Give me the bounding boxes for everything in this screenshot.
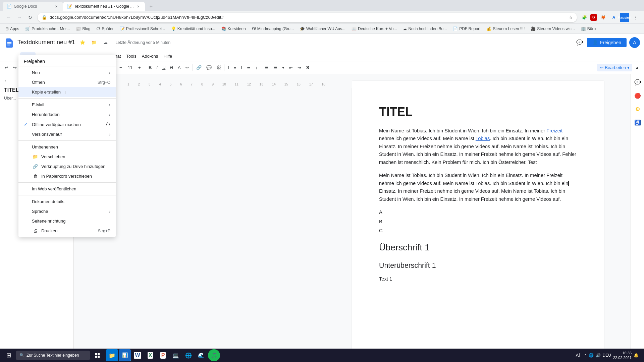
new-tab-button[interactable]: + [146, 2, 156, 11]
network-icon[interactable]: 🌐 [589, 353, 594, 358]
document-body[interactable]: Mein Name ist Tobias. Ich bin Student in… [379, 127, 577, 283]
align-left-button[interactable]: ⁝ [226, 63, 231, 72]
taskbar-chrome-app[interactable]: 🌐 [182, 349, 195, 361]
justify-button[interactable]: ≣ [245, 63, 253, 72]
settings-sidebar-icon[interactable]: ⚙ [632, 104, 643, 114]
forward-button[interactable]: → [15, 13, 24, 22]
dropdown-item-kopie[interactable]: Kopie erstellen | [18, 87, 116, 97]
bookmark-mindmapping[interactable]: 🗺Mindmapping (Gru... [249, 26, 297, 32]
font-size-decrease[interactable]: − [117, 64, 125, 72]
bookmark-star[interactable]: ☆ [569, 15, 573, 20]
dropdown-item-seiteneinrichtung[interactable]: Seiteneinrichtung [18, 216, 116, 226]
user-avatar[interactable]: A [629, 37, 640, 48]
taskbar-file-explorer[interactable]: 📁 [106, 349, 118, 361]
star-icon[interactable]: ⭐ [78, 38, 87, 47]
grammarly-icon[interactable]: G [590, 14, 597, 21]
comment-button[interactable]: 💬 [204, 63, 214, 72]
tray-up-arrow[interactable]: ⌃ [584, 354, 587, 357]
dropdown-item-öffnen[interactable]: Öffnen Strg+O [18, 77, 116, 87]
comments-sidebar-icon[interactable]: 💬 [632, 77, 643, 87]
decrease-indent-button[interactable]: ⇤ [287, 63, 295, 72]
menu-item-tools[interactable]: Tools [123, 52, 139, 60]
taskbar-google-docs-app[interactable]: 📊 [119, 349, 131, 361]
strikethrough-button[interactable]: S [168, 63, 175, 72]
refresh-button[interactable]: ↻ [25, 13, 35, 22]
tab-google-docs[interactable]: 📄 Google Docs ✕ [3, 2, 63, 11]
tab-close[interactable]: ✕ [54, 4, 59, 9]
tab-textdokument[interactable]: 📝 Textdokument neu #1 - Google ... ✕ [63, 2, 145, 11]
underline-button[interactable]: U [160, 63, 167, 72]
font-size-increase[interactable]: + [136, 64, 144, 72]
font-size-display[interactable]: 11 [125, 63, 135, 72]
dropdown-item-verschieben[interactable]: 📁 Verschieben [18, 152, 116, 162]
taskbar-onenote-app[interactable]: 💻 [170, 349, 182, 361]
tobias-link[interactable]: Tobias [476, 136, 490, 141]
unordered-list-button[interactable]: ☰ [271, 63, 279, 72]
redo-button[interactable]: ↪ [11, 63, 19, 72]
dropdown-item-email[interactable]: E-Mail › [18, 100, 116, 110]
bookmark-später[interactable]: ⏱Später [94, 26, 116, 32]
bookmark-produktsuche[interactable]: 🛒Produktsuche - Mer... [22, 26, 72, 32]
ordered-list-button[interactable]: ☰ [263, 63, 271, 72]
folder-icon[interactable]: 📁 [89, 38, 99, 47]
bookmark-professionell[interactable]: 📝Professionell Schrei... [117, 26, 168, 32]
dropdown-item-sprache[interactable]: Sprache › [18, 206, 116, 216]
bookmark-kreativität[interactable]: 💡Kreativität und Insp... [168, 26, 218, 32]
notifications-button[interactable]: 🔔 [634, 353, 639, 358]
text-color-button[interactable]: A [176, 63, 183, 72]
undo-button[interactable]: ↩ [3, 63, 10, 72]
profile-icon[interactable]: A [609, 13, 619, 22]
start-button[interactable]: ⊞ [3, 349, 15, 361]
bookmark-hochladen[interactable]: ☁Noch hochladen Bu... [400, 26, 449, 32]
extensions-icon[interactable]: 🧩 [580, 13, 589, 22]
highlight-button[interactable]: ✏ [183, 63, 191, 72]
taskbar-edge-app[interactable]: 🌊 [195, 349, 207, 361]
dropdown-item-drucken[interactable]: 🖨 Drucken Strg+P [18, 226, 116, 236]
align-center-button[interactable]: ≡ [232, 63, 238, 72]
clear-format-button[interactable]: ✖ [304, 63, 312, 72]
url-bar[interactable]: 🔒 docs.google.com/document/d/1hUH8k6h7Lb… [38, 13, 577, 22]
ai-label[interactable]: Ai [573, 352, 582, 359]
bookmark-apps[interactable]: ⊞ Apps [3, 26, 22, 32]
dropdown-item-versionsverlauf[interactable]: Versionsverlauf › [18, 129, 116, 139]
bookmark-büro[interactable]: 🏢Büro [578, 26, 598, 32]
accessibility-sidebar-icon[interactable]: ♿ [632, 117, 643, 128]
menu-item-addons[interactable]: Add-ons [139, 52, 161, 60]
dropdown-item-verknüpfung[interactable]: 🔗 Verknüpfung zu Drive hinzufügen [18, 162, 116, 171]
taskbar-powerpoint-app[interactable]: P [157, 349, 169, 361]
bold-button[interactable]: B [147, 63, 154, 72]
chat-sidebar-icon[interactable]: 🔴 [632, 90, 643, 101]
back-button[interactable]: ← [4, 13, 13, 22]
align-right-button[interactable]: ⁝ [239, 63, 244, 72]
notification-icon[interactable]: 💬 [575, 38, 584, 47]
taskbar-word-app[interactable]: W [131, 349, 144, 361]
bookmark-deutsche-kurs[interactable]: 📖Deutsche Kurs + Vo... [349, 26, 399, 32]
line-spacing-button[interactable]: ↕ [253, 63, 260, 72]
dropdown-item-offline[interactable]: ✓ Offline verfügbar machen ⏱ [18, 119, 116, 129]
taskbar-music-app[interactable]: 🎵 [208, 349, 220, 361]
bookmark-kursideen[interactable]: 📚Kursideen [219, 26, 249, 32]
bookmark-pdf[interactable]: 📄PDF Report [450, 26, 483, 32]
bookmark-steuern-videos[interactable]: 🎥Steuern Videos wic... [528, 26, 578, 32]
language-indicator[interactable]: DEU [603, 353, 611, 358]
freizeit-link[interactable]: Freizeit [546, 128, 562, 133]
dropdown-item-dokumentdetails[interactable]: Dokumentdetails [18, 197, 116, 206]
italic-button[interactable]: I [154, 63, 160, 72]
increase-indent-button[interactable]: ⇥ [296, 63, 303, 72]
bookmark-blog[interactable]: 📰Blog [73, 26, 93, 32]
metamask-icon[interactable]: 🦊 [598, 13, 608, 22]
taskbar-search-bar[interactable]: 🔍 Zur Suche Text hier eingeben [16, 351, 90, 360]
cloud-icon[interactable]: ☁ [101, 38, 110, 47]
volume-icon[interactable]: 🔊 [596, 353, 601, 358]
more-list-button[interactable]: ▾ [280, 63, 286, 72]
bookmark-wahlfächer[interactable]: 🎓Wahlfächer WU Aus... [297, 26, 348, 32]
tab-close[interactable]: ✕ [136, 4, 141, 9]
dropdown-item-neu[interactable]: Neu › [18, 68, 116, 77]
dropdown-item-web[interactable]: Im Web veröffentlichen [18, 184, 116, 194]
task-view-button[interactable] [91, 349, 103, 361]
edit-mode-button[interactable]: ✏ Bearbeiten ▾ [597, 64, 632, 71]
dropdown-item-papierkorb[interactable]: 🗑 In Papierkorb verschieben [18, 171, 116, 181]
image-button[interactable]: 🖼 [214, 63, 223, 72]
link-button[interactable]: 🔗 [194, 63, 204, 72]
taskbar-excel-app[interactable]: X [144, 349, 156, 361]
